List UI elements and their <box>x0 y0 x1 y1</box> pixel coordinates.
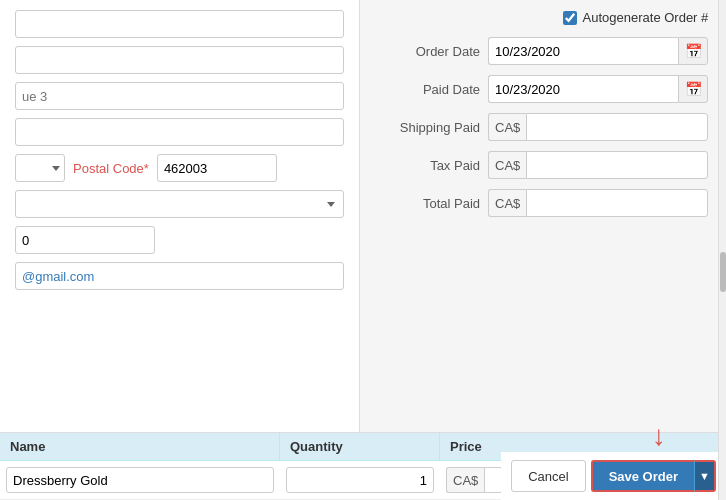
autogenerate-row: Autogenerate Order # <box>380 10 708 25</box>
autogenerate-label: Autogenerate Order # <box>583 10 709 25</box>
scrollbar[interactable] <box>718 0 726 500</box>
save-order-dropdown-button[interactable]: ▼ <box>694 460 716 492</box>
item-name-input[interactable] <box>6 467 274 493</box>
order-date-picker-button[interactable]: 📅 <box>678 37 708 65</box>
tax-currency-prefix: CA$ <box>488 151 526 179</box>
save-arrow-indicator: ↓ <box>652 422 666 450</box>
order-date-label: Order Date <box>380 44 480 59</box>
right-panel: Autogenerate Order # Order Date 📅 Paid D… <box>360 0 726 500</box>
paid-date-row: Paid Date 📅 <box>380 75 708 103</box>
phone-input[interactable] <box>15 226 155 254</box>
postal-code-input[interactable] <box>157 154 277 182</box>
item-quantity-cell <box>280 467 440 493</box>
down-arrow-icon: ↓ <box>652 422 666 450</box>
tax-paid-input[interactable] <box>526 151 708 179</box>
order-date-row: Order Date 📅 <box>380 37 708 65</box>
shipping-currency-prefix: CA$ <box>488 113 526 141</box>
tax-paid-label: Tax Paid <box>380 158 480 173</box>
phone-row <box>15 226 344 254</box>
item-quantity-input[interactable] <box>286 467 434 493</box>
shipping-paid-input[interactable] <box>526 113 708 141</box>
tax-paid-wrapper: CA$ <box>488 151 708 179</box>
address-line2-input[interactable] <box>15 46 344 74</box>
item-name-cell <box>0 467 280 493</box>
total-paid-row: Total Paid CA$ <box>380 189 708 217</box>
country-code-select[interactable] <box>15 154 65 182</box>
scrollbar-thumb[interactable] <box>720 252 726 292</box>
required-star: * <box>144 161 149 176</box>
country-row <box>15 190 344 218</box>
cancel-button[interactable]: Cancel <box>511 460 585 492</box>
col-header-name: Name <box>0 433 280 460</box>
form-row-4 <box>15 118 344 146</box>
paid-date-wrapper: 📅 <box>488 75 708 103</box>
footer-buttons: Cancel Save Order ▼ <box>501 452 726 500</box>
order-date-input[interactable] <box>488 37 678 65</box>
order-date-wrapper: 📅 <box>488 37 708 65</box>
postal-label: Postal Code* <box>73 161 149 176</box>
col-header-quantity: Quantity <box>280 433 440 460</box>
address-line4-input[interactable] <box>15 118 344 146</box>
autogenerate-checkbox[interactable] <box>563 11 577 25</box>
total-paid-wrapper: CA$ <box>488 189 708 217</box>
form-row-3 <box>15 82 344 110</box>
order-items-section: Name Quantity Price CA$ 🗑 ↓ Cancel Save … <box>0 432 726 500</box>
paid-date-label: Paid Date <box>380 82 480 97</box>
country-select[interactable] <box>15 190 344 218</box>
address-line3-input[interactable] <box>15 82 344 110</box>
email-input[interactable] <box>15 262 344 290</box>
email-row <box>15 262 344 290</box>
tax-paid-row: Tax Paid CA$ <box>380 151 708 179</box>
total-paid-input[interactable] <box>526 189 708 217</box>
shipping-paid-wrapper: CA$ <box>488 113 708 141</box>
paid-date-input[interactable] <box>488 75 678 103</box>
shipping-paid-label: Shipping Paid <box>380 120 480 135</box>
save-order-button[interactable]: Save Order <box>591 460 694 492</box>
paid-date-picker-button[interactable]: 📅 <box>678 75 708 103</box>
total-currency-prefix: CA$ <box>488 189 526 217</box>
shipping-paid-row: Shipping Paid CA$ <box>380 113 708 141</box>
postal-row: Postal Code* <box>15 154 344 182</box>
left-panel: Postal Code* <box>0 0 360 500</box>
form-row-1 <box>15 10 344 38</box>
item-price-currency: CA$ <box>446 467 484 493</box>
form-row-2 <box>15 46 344 74</box>
address-line1-input[interactable] <box>15 10 344 38</box>
total-paid-label: Total Paid <box>380 196 480 211</box>
